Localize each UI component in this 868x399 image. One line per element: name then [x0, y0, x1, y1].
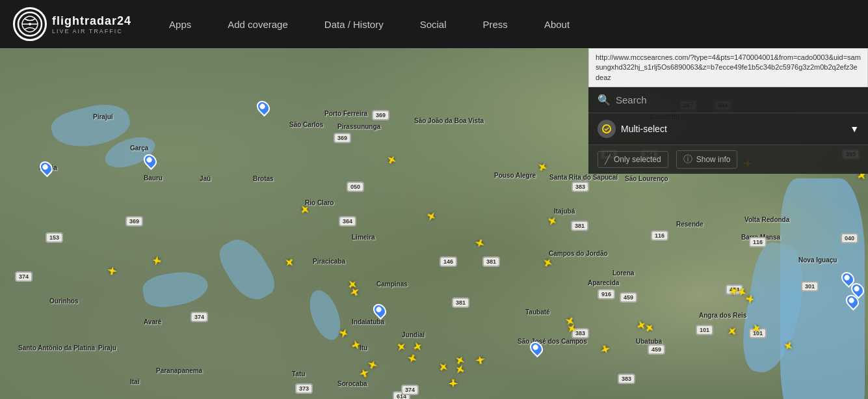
highway-badge: 383 [618, 374, 635, 384]
city-label: Brotas [253, 175, 274, 182]
highway-badge: 373 [295, 383, 313, 394]
only-selected-button[interactable]: ╱ Only selected [598, 151, 668, 168]
city-label: Volta Redonda [744, 216, 789, 223]
city-label: Santa Rita do Sapucaí [549, 174, 618, 181]
aircraft-icon[interactable] [151, 254, 167, 268]
only-selected-label: Only selected [614, 155, 661, 164]
svg-point-2 [29, 23, 31, 25]
highway-badge: 364 [339, 216, 356, 227]
multiselect-bar[interactable]: Multi-select ▼ [588, 113, 868, 144]
city-label: São João da Boa Vista [414, 117, 484, 124]
city-label: Pirajuí [93, 113, 113, 120]
search-bar[interactable]: 🔍 [588, 87, 868, 113]
highway-badge: 101 [696, 325, 713, 335]
airport-pin[interactable] [847, 294, 858, 309]
airport-pin[interactable] [531, 341, 542, 355]
city-label: Piraju [98, 344, 116, 351]
city-label: Jundiaí [402, 331, 425, 338]
aircraft-icon[interactable] [447, 374, 459, 389]
city-label: Angra dos Reis [699, 312, 746, 319]
show-info-label: Show info [696, 155, 731, 164]
highway-badge: 374 [191, 312, 208, 322]
multiselect-label: Multi-select [621, 124, 845, 134]
highway-badge: 459 [620, 292, 637, 303]
city-label: Itaí [130, 378, 139, 385]
city-label: Itajubá [554, 208, 575, 215]
city-label: Lorena [612, 269, 634, 277]
logo-subtitle: LIVE AIR TRAFFIC [52, 28, 131, 34]
filter-icon: ╱ [605, 154, 610, 165]
city-label: Pirassununga [337, 123, 380, 130]
highway-badge: 374 [15, 271, 33, 282]
highway-badge: 301 [801, 281, 819, 292]
city-label: Santo Antônio da Platina [18, 344, 95, 351]
highway-badge: 050 [347, 182, 364, 192]
city-label: Porto Ferreira [324, 110, 367, 117]
highway-badge: 040 [841, 233, 858, 243]
city-label: Bauru [144, 174, 163, 182]
city-label: Avaré [144, 318, 161, 325]
search-icon: 🔍 [598, 94, 611, 106]
highway-badge: 381 [482, 256, 500, 267]
highway-badge: 459 [648, 344, 665, 355]
city-label: Nova Iguaçu [798, 256, 837, 264]
city-label: Tatu [292, 370, 305, 378]
highway-badge: 374 [401, 385, 419, 395]
info-icon: ⓘ [683, 154, 692, 165]
logo-circle [13, 7, 47, 41]
airport-pin[interactable] [257, 100, 269, 115]
highway-badge: 381 [452, 297, 469, 308]
highway-badge: 153 [46, 232, 63, 243]
highway-badge: 146 [440, 256, 457, 267]
city-label: Paranapanema [156, 367, 202, 374]
logo-text: flightradar24 LIVE AIR TRAFFIC [52, 14, 131, 34]
chevron-down-icon[interactable]: ▼ [850, 124, 859, 134]
nav-links: Apps Add coverage Data / History Social … [151, 0, 855, 48]
city-label: Garça [130, 144, 148, 152]
airport-pin[interactable] [374, 303, 386, 318]
city-label: São Lourenço [625, 175, 668, 182]
city-label: Campinas [376, 281, 408, 288]
highway-badge: 383 [572, 182, 589, 192]
airport-pin[interactable] [144, 154, 156, 168]
airport-pin[interactable] [40, 161, 52, 175]
highway-badge: 116 [651, 230, 668, 241]
nav-press[interactable]: Press [465, 0, 526, 48]
highway-badge: 369 [125, 216, 143, 227]
logo[interactable]: flightradar24 LIVE AIR TRAFFIC [13, 7, 131, 41]
city-label: Resende [676, 221, 704, 228]
highway-badge: 916 [598, 289, 615, 299]
multiselect-icon [598, 120, 616, 138]
url-bar: http://www.mccsearcnes.com/?type=4&pts=1… [588, 48, 868, 87]
city-label: São José dos Campos [518, 338, 587, 345]
show-info-button[interactable]: ⓘ Show info [676, 150, 738, 169]
city-label: Indaiatuba [352, 318, 384, 325]
city-label: Pouso Alegre [494, 172, 536, 179]
highway-badge: 116 [749, 237, 767, 247]
city-label: Jaú [200, 175, 211, 182]
highway-badge: 369 [372, 110, 389, 120]
filter-bar: ╱ Only selected ⓘ Show info [588, 144, 868, 174]
navbar: flightradar24 LIVE AIR TRAFFIC Apps Add … [0, 0, 868, 48]
highway-badge: 381 [571, 221, 588, 231]
city-label: Limeira [352, 234, 375, 241]
logo-title: flightradar24 [52, 14, 131, 28]
nav-social[interactable]: Social [402, 0, 465, 48]
nav-apps[interactable]: Apps [151, 0, 209, 48]
city-label: Piracicaba [313, 258, 345, 265]
city-label: Aparecida [588, 279, 619, 286]
nav-about[interactable]: About [526, 0, 588, 48]
right-panel: http://www.mccsearcnes.com/?type=4&pts=1… [588, 48, 868, 174]
nav-data-history[interactable]: Data / History [306, 0, 402, 48]
aircraft-icon[interactable] [473, 354, 488, 370]
city-label: Campos do Jordão [549, 250, 608, 257]
highway-badge: 369 [334, 133, 351, 143]
aircraft-icon[interactable] [105, 265, 119, 281]
city-label: Rio Claro [305, 199, 334, 206]
city-label: São Carlos [289, 121, 323, 128]
search-input[interactable] [616, 94, 859, 105]
city-label: Taubaté [525, 309, 550, 316]
city-label: Ourinhos [49, 297, 78, 305]
nav-add-coverage[interactable]: Add coverage [209, 0, 306, 48]
